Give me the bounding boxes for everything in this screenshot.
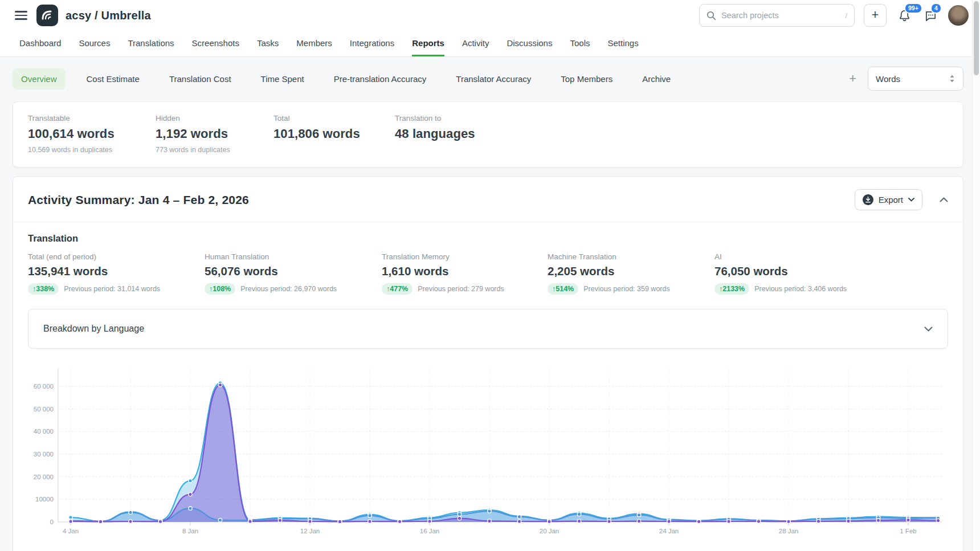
unit-select[interactable]: Words — [868, 67, 963, 91]
reports-subnav: Overview Cost Estimate Translation Cost … — [0, 57, 980, 91]
translation-section-heading: Translation — [13, 222, 963, 244]
svg-text:50 000: 50 000 — [34, 406, 54, 413]
metric-total-end-of-period: Total (end of period) 135,941 words ↑338… — [28, 252, 205, 295]
tab-settings[interactable]: Settings — [607, 31, 638, 56]
svg-text:8 Jan: 8 Jan — [182, 528, 198, 534]
add-report-button[interactable]: + — [849, 72, 856, 85]
caret-down-icon — [908, 198, 914, 202]
user-avatar[interactable] — [948, 5, 969, 26]
notifications-count-badge: 99+ — [904, 3, 922, 14]
chevron-up-icon — [940, 197, 948, 202]
delta-badge: ↑477% — [382, 283, 413, 295]
subtab-translator-accuracy[interactable]: Translator Accuracy — [447, 68, 540, 89]
translation-metrics: Total (end of period) 135,941 words ↑338… — [13, 244, 963, 295]
stat-hidden: Hidden 1,192 words 773 words in duplicat… — [156, 114, 273, 154]
subtab-pretranslation-accuracy[interactable]: Pre-translation Accuracy — [325, 68, 435, 89]
project-logo[interactable] — [36, 5, 58, 26]
collapse-section-button[interactable] — [940, 197, 948, 202]
svg-text:0: 0 — [50, 519, 54, 525]
export-button[interactable]: Export — [855, 189, 922, 210]
activity-summary-header: Activity Summary: Jan 4 – Feb 2, 2026 Ex… — [13, 177, 963, 222]
stat-translation-to: Translation to 48 languages — [395, 114, 948, 154]
delta-badge: ↑338% — [28, 283, 59, 295]
chevron-down-icon — [924, 326, 933, 332]
download-icon — [863, 194, 873, 205]
tab-dashboard[interactable]: Dashboard — [19, 31, 61, 56]
activity-summary-title: Activity Summary: Jan 4 – Feb 2, 2026 — [28, 193, 249, 207]
tab-tasks[interactable]: Tasks — [257, 31, 279, 56]
delta-badge: ↑2133% — [714, 283, 749, 295]
messages-button[interactable]: 4 — [922, 7, 939, 24]
subtab-top-members[interactable]: Top Members — [552, 68, 621, 89]
subtab-translation-cost[interactable]: Translation Cost — [161, 68, 240, 89]
svg-text:10000: 10000 — [35, 496, 54, 503]
tab-screenshots[interactable]: Screenshots — [192, 31, 239, 56]
tab-translations[interactable]: Translations — [128, 31, 174, 56]
search-shortcut-hint: / — [845, 11, 847, 20]
svg-text:1 Feb: 1 Feb — [900, 528, 916, 534]
main-nav: Dashboard Sources Translations Screensho… — [0, 31, 980, 57]
metric-ai: AI 76,050 words ↑2133% Previous period: … — [714, 252, 948, 295]
svg-text:24 Jan: 24 Jan — [659, 528, 679, 534]
scrollbar[interactable] — [972, 0, 980, 551]
subtab-cost-estimate[interactable]: Cost Estimate — [78, 68, 148, 89]
tab-members[interactable]: Members — [296, 31, 332, 56]
logo-swoosh-icon — [40, 8, 55, 23]
svg-text:30 000: 30 000 — [34, 451, 54, 458]
subtab-archive[interactable]: Archive — [634, 68, 679, 89]
area-chart[interactable]: 01000020 00030 00040 00050 00060 0004 Ja… — [26, 364, 949, 551]
page-title: acsy / Umbrella — [66, 9, 151, 22]
project-words-summary: Translatable 100,614 words 10,569 words … — [13, 101, 963, 168]
subtab-time-spent[interactable]: Time Spent — [252, 68, 313, 89]
search-input[interactable] — [721, 11, 840, 20]
delta-badge: ↑108% — [205, 283, 235, 295]
messages-count-badge: 4 — [930, 3, 942, 14]
activity-chart: 01000020 00030 00040 00050 00060 0004 Ja… — [13, 349, 963, 551]
search-icon — [707, 11, 716, 21]
svg-text:20 000: 20 000 — [34, 474, 54, 480]
stat-total: Total 101,806 words — [273, 114, 395, 154]
tab-integrations[interactable]: Integrations — [350, 31, 394, 56]
svg-text:28 Jan: 28 Jan — [779, 528, 799, 534]
export-button-label: Export — [879, 195, 903, 205]
svg-text:12 Jan: 12 Jan — [300, 528, 320, 534]
create-project-button[interactable]: + — [864, 4, 887, 27]
svg-text:16 Jan: 16 Jan — [420, 528, 440, 534]
svg-text:4 Jan: 4 Jan — [63, 528, 79, 534]
svg-text:60 000: 60 000 — [34, 383, 54, 390]
svg-text:20 Jan: 20 Jan — [540, 528, 560, 534]
metric-machine-translation: Machine Translation 2,205 words ↑514% Pr… — [548, 252, 714, 295]
tab-activity[interactable]: Activity — [462, 31, 489, 56]
subtab-overview[interactable]: Overview — [13, 68, 66, 89]
tab-reports[interactable]: Reports — [412, 31, 444, 56]
top-bar: acsy / Umbrella / + 99+ 4 — [0, 0, 980, 31]
unit-select-value: Words — [876, 74, 900, 84]
delta-badge: ↑514% — [548, 283, 578, 295]
stat-translatable: Translatable 100,614 words 10,569 words … — [28, 114, 156, 154]
tab-sources[interactable]: Sources — [79, 31, 110, 56]
metric-translation-memory: Translation Memory 1,610 words ↑477% Pre… — [382, 252, 548, 295]
menu-icon[interactable] — [15, 11, 27, 20]
search-box[interactable]: / — [699, 4, 855, 27]
activity-summary-card: Activity Summary: Jan 4 – Feb 2, 2026 Ex… — [13, 176, 963, 551]
breakdown-by-language-toggle[interactable]: Breakdown by Language — [28, 309, 948, 349]
tab-tools[interactable]: Tools — [570, 31, 590, 56]
metric-human-translation: Human Translation 56,076 words ↑108% Pre… — [205, 252, 382, 295]
plus-icon: + — [872, 9, 879, 21]
scrollbar-thumb[interactable] — [974, 1, 979, 75]
notifications-button[interactable]: 99+ — [896, 7, 913, 24]
svg-text:40 000: 40 000 — [34, 428, 54, 435]
breakdown-label: Breakdown by Language — [43, 324, 144, 334]
tab-discussions[interactable]: Discussions — [507, 31, 552, 56]
sorter-icon — [949, 74, 956, 83]
